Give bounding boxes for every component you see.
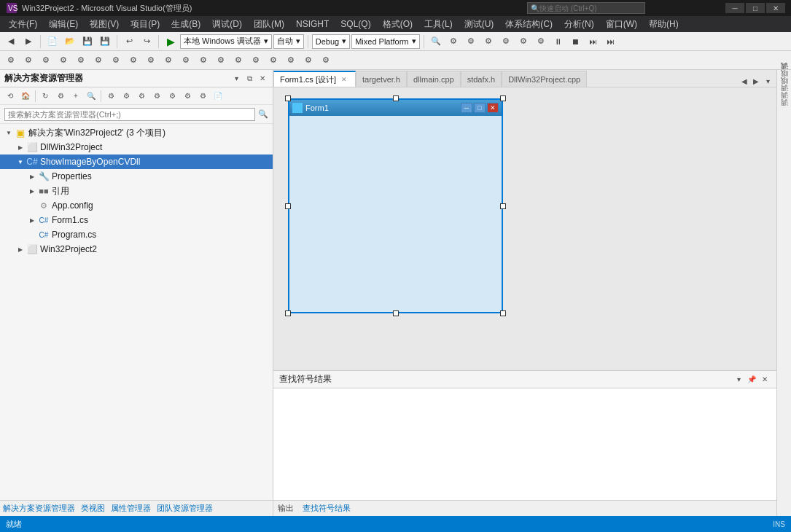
tb2-btn-i[interactable]: ⚙ bbox=[143, 52, 159, 69]
menu-project[interactable]: 项目(P) bbox=[125, 16, 165, 32]
collapsed-tab-a[interactable]: 哦 bbox=[778, 80, 791, 86]
output-tab[interactable]: 输出 bbox=[278, 503, 294, 514]
menu-sql[interactable]: SQL(Q) bbox=[335, 16, 376, 32]
tree-appconfig[interactable]: ▶ ⚙ App.config bbox=[0, 198, 273, 213]
menu-view[interactable]: 视图(V) bbox=[84, 16, 125, 32]
toolbar-btn-f[interactable]: ⚙ bbox=[515, 34, 531, 50]
toolbar-btn-e[interactable]: ⚙ bbox=[498, 34, 514, 50]
tb2-btn-g[interactable]: ⚙ bbox=[108, 52, 124, 69]
tab-form1-design[interactable]: Form1.cs [设计] ✕ bbox=[273, 71, 356, 87]
se-btn-g[interactable]: ⚙ bbox=[195, 89, 210, 103]
tb2-btn-l[interactable]: ⚙ bbox=[195, 52, 211, 69]
menu-nsight[interactable]: NSIGHT bbox=[290, 16, 335, 32]
menu-window[interactable]: 窗口(W) bbox=[600, 16, 643, 32]
tb2-btn-k[interactable]: ⚙ bbox=[178, 52, 194, 69]
tb2-btn-c[interactable]: ⚙ bbox=[38, 52, 54, 69]
tree-showimage[interactable]: ▼ C# ShowImageByOpenCVDll bbox=[0, 154, 273, 169]
quick-launch-input[interactable] bbox=[539, 4, 642, 12]
handle-ml[interactable] bbox=[285, 203, 291, 209]
tb2-btn-r[interactable]: ⚙ bbox=[300, 52, 316, 69]
tb2-btn-a[interactable]: ⚙ bbox=[3, 52, 19, 69]
tb2-btn-b[interactable]: ⚙ bbox=[20, 52, 36, 69]
toolbar-btn-i[interactable]: ⏭ bbox=[603, 34, 619, 50]
tab-scroll-right-icon[interactable]: ▶ bbox=[750, 75, 762, 87]
open-button[interactable]: 📂 bbox=[62, 34, 78, 50]
form-minimize-button[interactable]: ─ bbox=[461, 103, 472, 113]
save-all-button[interactable]: 💾 bbox=[97, 34, 113, 50]
tree-form1cs[interactable]: ▶ C# Form1.cs bbox=[0, 213, 273, 227]
se-property-pages-button[interactable]: 📄 bbox=[211, 89, 225, 103]
tab-dropdown-icon[interactable]: ▾ bbox=[762, 75, 774, 87]
footer-tab-team[interactable]: 团队资源管理器 bbox=[157, 503, 213, 514]
local-debugger-dropdown[interactable]: 本地 Windows 调试器 ▾ bbox=[180, 34, 272, 49]
menu-tools[interactable]: 工具(L) bbox=[418, 16, 459, 32]
menu-help[interactable]: 帮助(H) bbox=[643, 16, 685, 32]
tree-win32proj2[interactable]: ▶ ⬜ Win32Project2 bbox=[0, 242, 273, 257]
footer-tab-properties[interactable]: 属性管理器 bbox=[111, 503, 151, 514]
handle-tc[interactable] bbox=[393, 95, 399, 101]
handle-bl[interactable] bbox=[285, 310, 291, 316]
footer-tab-se[interactable]: 解决方案资源管理器 bbox=[3, 503, 75, 514]
tb2-btn-e[interactable]: ⚙ bbox=[73, 52, 89, 69]
design-area[interactable]: Form1 ─ □ ✕ bbox=[273, 87, 776, 370]
stop-button[interactable]: ⏹ bbox=[568, 34, 584, 50]
se-refresh-button[interactable]: ↻ bbox=[38, 89, 52, 103]
tree-references[interactable]: ▶ ■■ 引用 bbox=[0, 184, 273, 198]
handle-tr[interactable] bbox=[500, 95, 506, 101]
collapsed-tab-e[interactable]: 调 bbox=[778, 109, 791, 115]
tree-properties[interactable]: ▶ 🔧 Properties bbox=[0, 169, 273, 184]
tab-scroll-left-icon[interactable]: ◀ bbox=[739, 75, 750, 87]
toolbar-btn-b[interactable]: ⚙ bbox=[445, 34, 461, 50]
tree-solution[interactable]: ▼ ▣ 解决方案'Win32Project2' (3 个项目) bbox=[0, 125, 273, 140]
tb2-btn-f[interactable]: ⚙ bbox=[90, 52, 106, 69]
form-maximize-button[interactable]: □ bbox=[474, 103, 486, 113]
handle-tl[interactable] bbox=[285, 95, 291, 101]
tb2-btn-p[interactable]: ⚙ bbox=[265, 52, 281, 69]
bottom-panel-close-button[interactable]: ✕ bbox=[759, 374, 771, 386]
handle-bc[interactable] bbox=[393, 310, 399, 316]
minimize-button[interactable]: ─ bbox=[725, 3, 744, 13]
tb2-btn-q[interactable]: ⚙ bbox=[283, 52, 299, 69]
tb2-btn-d[interactable]: ⚙ bbox=[55, 52, 71, 69]
debug-config-dropdown[interactable]: Debug ▾ bbox=[312, 34, 350, 49]
menu-analyze[interactable]: 分析(N) bbox=[558, 16, 600, 32]
se-btn-f[interactable]: ⚙ bbox=[180, 89, 195, 103]
pause-button[interactable]: ⏸ bbox=[550, 34, 566, 50]
maximize-button[interactable]: □ bbox=[746, 3, 765, 13]
se-filter-button[interactable]: ⚙ bbox=[53, 89, 68, 103]
se-btn-a[interactable]: ⚙ bbox=[104, 89, 118, 103]
se-search-file-button[interactable]: 🔍 bbox=[84, 89, 98, 103]
collapsed-tab-c[interactable]: 调 bbox=[778, 95, 791, 101]
start-debug-button[interactable]: ▶ bbox=[163, 34, 179, 50]
forward-button[interactable]: ▶ bbox=[20, 34, 36, 50]
quick-launch-bar[interactable]: 🔍 bbox=[527, 2, 645, 14]
platform-dropdown[interactable]: Mixed Platform ▾ bbox=[351, 34, 419, 49]
menu-debug[interactable]: 调试(D) bbox=[206, 16, 248, 32]
se-btn-c[interactable]: ⚙ bbox=[134, 89, 149, 103]
menu-build[interactable]: 生成(B) bbox=[165, 16, 206, 32]
tb2-btn-o[interactable]: ⚙ bbox=[248, 52, 264, 69]
tab-dllwin32proj[interactable]: DllWin32Project.cpp bbox=[502, 71, 587, 87]
se-sync-button[interactable]: ⟲ bbox=[3, 89, 17, 103]
se-newitem-button[interactable]: + bbox=[69, 89, 83, 103]
handle-br[interactable] bbox=[500, 310, 506, 316]
form-close-button[interactable]: ✕ bbox=[487, 103, 499, 113]
collapsed-tab-debug1[interactable]: 调试 bbox=[778, 73, 791, 79]
bottom-panel-pin-button[interactable]: 📌 bbox=[746, 374, 757, 386]
menu-file[interactable]: 文件(F) bbox=[3, 16, 43, 32]
tb2-btn-s[interactable]: ⚙ bbox=[318, 52, 334, 69]
tab-dllmain[interactable]: dllmain.cpp bbox=[407, 71, 461, 87]
menu-architecture[interactable]: 体系结构(C) bbox=[499, 16, 558, 32]
toolbar-btn-d[interactable]: ⚙ bbox=[480, 34, 496, 50]
tab-form1-close-icon[interactable]: ✕ bbox=[339, 74, 349, 85]
new-project-button[interactable]: 📄 bbox=[44, 34, 61, 50]
tb2-btn-j[interactable]: ⚙ bbox=[160, 52, 176, 69]
menu-edit[interactable]: 编辑(E) bbox=[43, 16, 84, 32]
redo-button[interactable]: ↪ bbox=[139, 34, 155, 50]
tab-stdafx[interactable]: stdafx.h bbox=[461, 71, 502, 87]
find-results-tab[interactable]: 查找符号结果 bbox=[303, 503, 351, 514]
toolbar-btn-c[interactable]: ⚙ bbox=[463, 34, 479, 50]
se-close-button[interactable]: ✕ bbox=[257, 73, 268, 85]
se-btn-b[interactable]: ⚙ bbox=[119, 89, 133, 103]
menu-team[interactable]: 团队(M) bbox=[248, 16, 290, 32]
